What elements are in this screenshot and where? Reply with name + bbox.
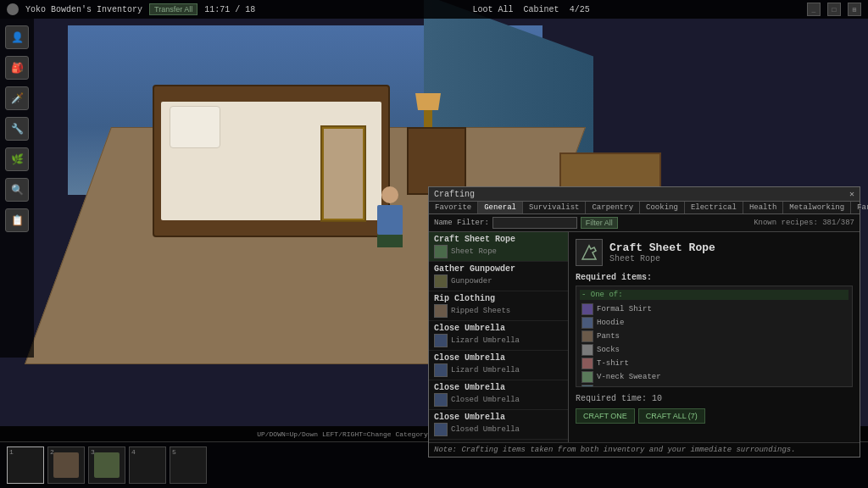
detail-subtitle: Sheet Rope: [609, 254, 715, 263]
hotbar-num-3: 3: [91, 448, 95, 456]
hotbar-num-2: 2: [50, 448, 54, 456]
req-item-pants: Pants: [580, 330, 849, 343]
crafting-panel: Crafting ✕ Favorite General Survivalist …: [428, 186, 860, 458]
umbrella-icon-4: [434, 423, 448, 436]
ripped-sheets-icon: [434, 304, 448, 318]
hotbar-slot-2[interactable]: 2: [47, 446, 85, 484]
filter-all-button[interactable]: Filter All: [581, 217, 618, 229]
lamp-base: [424, 110, 432, 127]
sidebar-icon-notes[interactable]: 📋: [5, 208, 29, 232]
sidebar-icon-inventory[interactable]: 🎒: [5, 56, 29, 80]
loot-all-label: Loot All: [473, 5, 514, 14]
req-item-socks: Socks: [580, 343, 849, 357]
inventory-title: Yoko Bowden's Inventory: [25, 5, 142, 14]
nightstand: [407, 127, 466, 195]
sidebar-icon-character[interactable]: 👤: [5, 25, 29, 49]
req-item-hoodie: Hoodie: [580, 316, 849, 330]
panel-title: Crafting: [434, 190, 475, 199]
hotbar-slot-1[interactable]: 1: [7, 446, 44, 484]
craft-item-sheet-rope[interactable]: Craft Sheet Rope Sheet Rope: [429, 232, 568, 262]
vneck-sweater-icon: [581, 371, 593, 383]
left-sidebar: 👤 🎒 🗡️ 🔧 🌿 🔍 📋: [0, 19, 34, 358]
craft-item-sub: Lizard Umbrella: [434, 334, 563, 347]
hotbar-slot-4[interactable]: 4: [129, 446, 166, 484]
tab-cooking[interactable]: Cooking: [640, 202, 685, 214]
hotbar-slot-5[interactable]: 5: [170, 446, 207, 484]
socks-icon: [581, 344, 593, 356]
tab-metalworking[interactable]: Metalworking: [783, 202, 851, 214]
crafting-filter-bar: Name Filter: Filter All Known recipes: 3…: [429, 214, 860, 232]
umbrella-icon-3: [434, 393, 448, 407]
bed-pillow: [170, 106, 220, 148]
crafting-tabs: Favorite General Survivalist Carpentry C…: [429, 202, 860, 214]
lamp: [415, 93, 441, 127]
player-icon: [7, 3, 19, 15]
name-filter-input[interactable]: [492, 217, 577, 229]
char-head: [381, 186, 398, 203]
known-recipes-count: Known recipes: 381/387: [754, 219, 854, 227]
tab-electrical[interactable]: Electrical: [685, 202, 743, 214]
filter-label: Name Filter:: [434, 219, 489, 227]
door: [322, 127, 364, 220]
fullscreen-icon[interactable]: ⊞: [848, 3, 861, 16]
craft-list: Craft Sheet Rope Sheet Rope Gather Gunpo…: [429, 232, 569, 442]
player-character: [373, 186, 407, 246]
craft-item-sub: Ripped Sheets: [434, 304, 563, 318]
craft-item-rip-clothing[interactable]: Rip Clothing Ripped Sheets: [429, 291, 568, 321]
minimize-icon[interactable]: _: [807, 3, 821, 16]
tshirt-icon: [581, 358, 593, 369]
top-bar-left: Yoko Bowden's Inventory Transfer All 11:…: [7, 3, 255, 15]
hotbar-num-1: 1: [9, 448, 14, 456]
tab-carpentry[interactable]: Carpentry: [586, 202, 640, 214]
pants-icon: [581, 330, 593, 342]
sidebar-icon-search[interactable]: 🔍: [5, 178, 29, 202]
tab-farming[interactable]: Farming: [851, 202, 868, 214]
panel-title-bar: Crafting ✕: [429, 187, 860, 202]
detail-title: Craft Sheet Rope: [609, 241, 715, 254]
required-time: Required time: 10: [576, 394, 853, 403]
craft-item-sub: Gunpowder: [434, 274, 563, 288]
craft-item-name: Close Umbrella: [434, 413, 563, 422]
craft-item-name: Close Umbrella: [434, 324, 563, 333]
close-icon[interactable]: ✕: [849, 189, 854, 199]
craft-item-close-umbrella-4[interactable]: Close Umbrella Closed Umbrella: [429, 410, 568, 440]
hotbar-slot-3[interactable]: 3: [88, 446, 125, 484]
sheet-rope-icon: [434, 245, 448, 258]
cabinet-count: 4/25: [570, 5, 590, 14]
tab-favorite[interactable]: Favorite: [429, 202, 478, 214]
tab-general[interactable]: General: [478, 202, 523, 214]
tab-health[interactable]: Health: [743, 202, 783, 214]
top-bar-right: _ □ ⊞: [807, 3, 861, 16]
detail-header: Craft Sheet Rope Sheet Rope: [576, 239, 853, 266]
craft-item-gunpowder[interactable]: Gather Gunpowder Gunpowder: [429, 262, 568, 291]
req-item-formal-shirt: Formal Shirt: [580, 302, 849, 316]
craft-item-sub: Lizard Umbrella: [434, 363, 563, 377]
top-bar-center: Loot All Cabinet 4/25: [473, 5, 590, 14]
transfer-all-button[interactable]: Transfer All: [149, 3, 198, 15]
craft-item-close-umbrella-2[interactable]: Close Umbrella Lizard Umbrella: [429, 351, 568, 380]
craft-all-button[interactable]: CRAFT ALL (7): [638, 408, 705, 424]
air-force-coveralls-icon: [581, 385, 593, 387]
craft-item-close-umbrella-1[interactable]: Close Umbrella Lizard Umbrella: [429, 321, 568, 351]
tab-survivalist[interactable]: Survivalist: [523, 202, 586, 214]
craft-one-button[interactable]: CRAFT ONE: [576, 408, 635, 424]
maximize-icon[interactable]: □: [827, 3, 841, 16]
hotbar-num-5: 5: [172, 448, 176, 456]
gunpowder-icon: [434, 274, 448, 288]
craft-item-name: Craft Sheet Rope: [434, 235, 563, 244]
detail-craft-icon: [576, 239, 603, 266]
char-legs: [377, 235, 403, 247]
detail-titles: Craft Sheet Rope Sheet Rope: [609, 241, 715, 263]
hotbar-item-2: [53, 452, 79, 478]
craft-item-close-umbrella-3[interactable]: Close Umbrella Closed Umbrella: [429, 380, 568, 410]
cabinet-label: Cabinet: [524, 5, 559, 14]
hotbar-num-4: 4: [131, 448, 136, 456]
crafting-body: Craft Sheet Rope Sheet Rope Gather Gunpo…: [429, 232, 860, 442]
sidebar-icon-nature[interactable]: 🌿: [5, 147, 29, 171]
sidebar-icon-weapons[interactable]: 🗡️: [5, 86, 29, 110]
craft-item-sub: Sheet Rope: [434, 245, 563, 258]
req-item-tshirt: T-shirt: [580, 357, 849, 370]
craft-item-name: Gather Gunpowder: [434, 264, 563, 274]
sidebar-icon-tools[interactable]: 🔧: [5, 117, 29, 141]
craft-item-sub: Closed Umbrella: [434, 393, 563, 407]
